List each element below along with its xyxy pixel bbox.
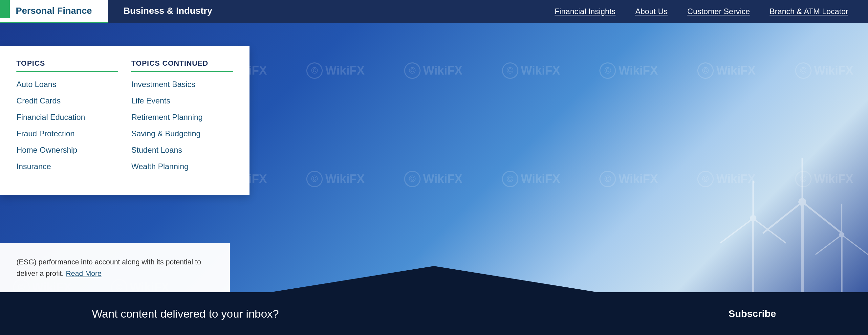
topics-column: TOPICS Auto Loans Credit Cards Financial… [17, 59, 118, 178]
topic-student-loans[interactable]: Student Loans [131, 146, 233, 155]
green-accent-bar [0, 0, 10, 18]
tab-personal-finance[interactable]: Personal Finance [0, 0, 108, 23]
nav-link-branch-atm[interactable]: Branch & ATM Locator [770, 7, 848, 16]
topic-investment-basics[interactable]: Investment Basics [131, 80, 233, 89]
topic-fraud-protection[interactable]: Fraud Protection [17, 129, 118, 138]
topic-life-events[interactable]: Life Events [131, 96, 233, 105]
nav-link-financial-insights[interactable]: Financial Insights [555, 7, 615, 16]
svg-line-8 [720, 218, 753, 243]
topic-auto-loans[interactable]: Auto Loans [17, 80, 118, 89]
tab-business-industry[interactable]: Business & Industry [108, 0, 228, 23]
svg-line-9 [753, 218, 786, 243]
subscribe-row: Want content delivered to your inbox? Su… [0, 292, 868, 335]
topic-retirement-planning[interactable]: Retirement Planning [131, 113, 233, 122]
dropdown-menu: TOPICS Auto Loans Credit Cards Financial… [0, 46, 249, 195]
footer-bar: Want content delivered to your inbox? Su… [0, 292, 868, 335]
topic-wealth-planning[interactable]: Wealth Planning [131, 162, 233, 171]
topic-insurance[interactable]: Insurance [17, 162, 118, 171]
topics-continued-column: TOPICS CONTINUED Investment Basics Life … [131, 59, 233, 178]
topic-financial-education[interactable]: Financial Education [17, 113, 118, 122]
topics-divider [17, 71, 118, 72]
subscribe-button[interactable]: Subscribe [728, 308, 776, 319]
nav-link-about-us[interactable]: About Us [635, 7, 668, 16]
main-content-area: ©WikiFX ©WikiFX ©WikiFX ©WikiFX ©WikiFX … [0, 23, 868, 335]
read-more-link[interactable]: Read More [66, 269, 101, 277]
main-navbar: Personal Finance Business & Industry Fin… [0, 0, 868, 23]
topics-continued-heading: TOPICS CONTINUED [131, 59, 233, 68]
svg-line-14 [842, 235, 868, 254]
topics-heading: TOPICS [17, 59, 118, 68]
dropdown-columns: TOPICS Auto Loans Credit Cards Financial… [17, 59, 233, 178]
nav-tab-group: Personal Finance Business & Industry [0, 0, 228, 23]
topics-continued-divider [131, 71, 233, 72]
topic-home-ownership[interactable]: Home Ownership [17, 146, 118, 155]
topic-credit-cards[interactable]: Credit Cards [17, 96, 118, 105]
nav-link-customer-service[interactable]: Customer Service [687, 7, 750, 16]
arrow-decoration [270, 266, 598, 292]
subscribe-prompt: Want content delivered to your inbox? [92, 307, 279, 320]
svg-line-13 [815, 235, 842, 254]
topic-saving-budgeting[interactable]: Saving & Budgeting [131, 129, 233, 138]
nav-links-group: Financial Insights About Us Customer Ser… [555, 0, 868, 23]
svg-line-3 [763, 202, 802, 233]
svg-line-4 [802, 202, 842, 233]
content-body: (ESG) performance into account along wit… [17, 256, 213, 279]
content-card: (ESG) performance into account along wit… [0, 243, 230, 292]
